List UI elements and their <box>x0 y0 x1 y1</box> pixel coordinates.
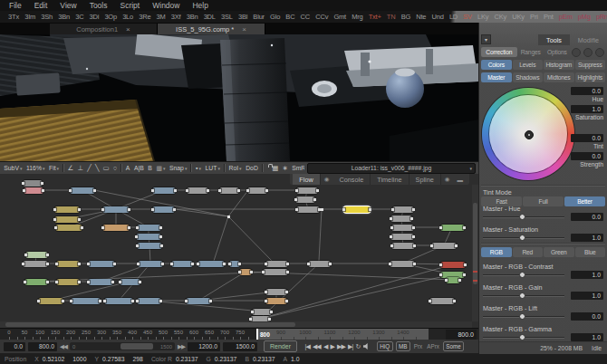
flow-node[interactable] <box>56 279 80 285</box>
flow-node[interactable] <box>88 261 115 267</box>
saturation-field[interactable]: 1.0 <box>571 105 603 113</box>
flow-node[interactable] <box>296 206 320 213</box>
range-tab-highlights[interactable]: Highlights <box>575 72 606 82</box>
goto-end-button[interactable]: ▶| <box>346 343 353 350</box>
composition-tab[interactable]: Composition1× <box>50 24 158 34</box>
flow-node[interactable] <box>390 234 414 240</box>
smr-button[interactable]: SmR <box>290 165 304 171</box>
tool-bc[interactable]: BC <box>283 13 297 21</box>
guide-tool-icon[interactable]: ∠ <box>65 164 75 172</box>
flow-node[interactable] <box>263 269 288 275</box>
tool-bg[interactable]: BG <box>399 13 414 21</box>
goto-start-button[interactable]: |◀ <box>304 343 311 350</box>
menu-view[interactable]: View <box>53 1 82 10</box>
range-tab-midtones[interactable]: Midtones <box>544 72 574 82</box>
tool-3lo[interactable]: 3Lo <box>120 13 136 21</box>
tool-nte[interactable]: Nte <box>413 13 429 21</box>
tool-pri[interactable]: Pri <box>527 13 541 21</box>
flow-node[interactable] <box>23 261 48 267</box>
fast-rewind-button[interactable]: ◀◀ <box>311 343 322 350</box>
viewer-source-dropdown[interactable]: Loader11: iss_v006_####.jpg ▾ <box>307 163 476 174</box>
flow-node[interactable] <box>219 187 239 194</box>
roi-dropdown[interactable]: RoI▾ <box>226 165 244 171</box>
slider-thumb[interactable] <box>519 313 525 320</box>
line-tool-icon[interactable]: ╲ <box>93 164 101 172</box>
menu-file[interactable]: File <box>3 1 28 10</box>
section-option-icon[interactable] <box>572 48 581 57</box>
info-icon[interactable]: ◉ <box>441 176 454 183</box>
flow-node[interactable] <box>56 261 80 267</box>
tool-3xf[interactable]: 3Xf <box>169 13 184 21</box>
flow-node[interactable] <box>38 298 63 304</box>
flow-node[interactable] <box>390 261 415 267</box>
tool-prn[interactable]: pRn <box>593 13 607 21</box>
composition-tab[interactable]: ISS_5_95G.comp *× <box>158 24 265 34</box>
flow-node[interactable] <box>71 298 101 304</box>
flow-node[interactable] <box>171 261 193 267</box>
tool-3op[interactable]: 3Op <box>101 13 120 21</box>
scrollbar-thumb[interactable] <box>5 322 295 327</box>
flow-node[interactable] <box>102 206 130 213</box>
gain-gamma-icon[interactable]: ∗ <box>280 164 289 172</box>
flow-node[interactable] <box>446 277 460 283</box>
render-end-field[interactable]: 1200.0 <box>188 342 220 351</box>
toggle-prx[interactable]: Prx <box>413 343 423 350</box>
tint-mode-full[interactable]: Full <box>523 196 564 206</box>
subv-dropdown[interactable]: SubV▾ <box>2 165 24 171</box>
mode-tab-histogram[interactable]: Histogram <box>544 60 574 70</box>
global-start-field[interactable]: 0.0 <box>4 342 25 351</box>
flow-vertical-scrollbar[interactable] <box>472 185 478 321</box>
tool-cky[interactable]: CKy <box>491 13 509 21</box>
flow-node[interactable] <box>152 206 175 213</box>
master-saturationfield[interactable]: 1.0 <box>571 234 603 242</box>
flow-node[interactable] <box>392 206 414 213</box>
buffer-ab-button[interactable]: A|B <box>132 165 146 171</box>
ellipse-tool-icon[interactable]: ○ <box>111 164 120 172</box>
mode-tab-suppress[interactable]: Suppress <box>575 60 606 70</box>
flow-node[interactable] <box>138 261 163 267</box>
toggle-hiq[interactable]: HiQ <box>377 341 393 351</box>
flow-node[interactable] <box>54 216 80 223</box>
toggle-some[interactable]: Some <box>443 341 464 351</box>
flow-node[interactable] <box>137 243 162 249</box>
tab-flow[interactable]: Flow <box>293 174 320 185</box>
master-huefield[interactable]: 0.0 <box>571 213 603 221</box>
menu-edit[interactable]: Edit <box>28 1 54 10</box>
panel-tab-tools[interactable]: Tools <box>538 34 570 45</box>
tool-3re[interactable]: 3Re <box>136 13 153 21</box>
flow-node[interactable] <box>186 298 211 304</box>
flow-node[interactable] <box>247 187 267 194</box>
fast-forward-button[interactable]: ▶▶ <box>335 343 346 350</box>
flow-node[interactable] <box>252 309 272 315</box>
channel-tab-rgb[interactable]: RGB <box>481 247 512 257</box>
render-button[interactable]: Render <box>264 340 297 352</box>
flow-node[interactable] <box>390 216 412 222</box>
slider-thumb[interactable] <box>519 214 525 220</box>
flow-node[interactable] <box>308 261 331 267</box>
rect-tool-icon[interactable]: ▭ <box>101 164 111 172</box>
menu-help[interactable]: Help <box>186 1 214 10</box>
master-rgb-gainfield[interactable]: 1.0 <box>571 292 603 300</box>
tool-3c[interactable]: 3C <box>72 13 86 21</box>
flow-horizontal-scrollbar[interactable] <box>0 321 472 328</box>
menu-window[interactable]: Window <box>146 1 186 10</box>
tool-ld[interactable]: LD <box>447 13 460 21</box>
tool-3bn[interactable]: 3Bn <box>184 13 201 21</box>
tint-field[interactable]: 0.0 <box>571 134 603 142</box>
hue-field[interactable]: 0.0 <box>571 87 603 95</box>
flow-node[interactable] <box>137 225 161 231</box>
flow-node[interactable] <box>187 187 208 194</box>
scrollbar-thumb[interactable] <box>120 343 153 350</box>
lut-dropdown[interactable]: LUT▾ <box>203 165 222 171</box>
flow-view[interactable]: Flow◉ConsoleTimelineSpline◉▬ <box>0 174 478 328</box>
tool-blur[interactable]: Blur <box>250 13 267 21</box>
panel-menu-button[interactable]: ▾ <box>481 34 491 44</box>
flow-node[interactable] <box>25 252 48 258</box>
loop-button[interactable]: ↻ <box>354 343 361 350</box>
tool-pem[interactable]: pEm <box>556 13 575 21</box>
normal-tool-icon[interactable]: ⊥ <box>75 164 85 172</box>
current-frame-field[interactable]: 800.0 <box>446 330 477 340</box>
flow-node[interactable] <box>296 187 318 194</box>
flow-node[interactable] <box>431 243 457 249</box>
flow-node[interactable] <box>88 279 113 285</box>
